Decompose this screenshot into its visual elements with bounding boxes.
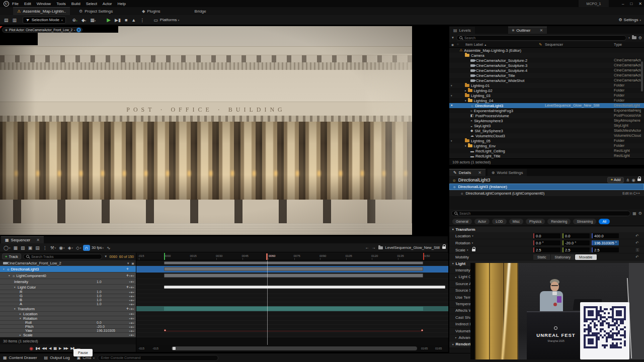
section-bar[interactable] bbox=[164, 274, 423, 278]
track-value[interactable]: 1.0 bbox=[97, 294, 102, 298]
expander-icon[interactable]: ▾ bbox=[465, 99, 466, 102]
expander-icon[interactable]: ▾ bbox=[20, 317, 23, 320]
cinematics-icon[interactable]: ▦▾ bbox=[88, 18, 98, 23]
expander-icon[interactable]: ▸ bbox=[465, 89, 466, 92]
key-nav-icons[interactable]: ◂◆▸ bbox=[129, 307, 135, 310]
timeline-row-a[interactable] bbox=[136, 302, 448, 306]
stop-button[interactable]: ■ bbox=[123, 18, 129, 23]
scale-x-field[interactable]: 2.5 bbox=[533, 247, 560, 252]
sequence-breadcrumb[interactable]: LevelSequence_Glow_New_Still bbox=[385, 245, 440, 250]
timeline-row-rotation[interactable] bbox=[136, 316, 448, 321]
tab-outliner[interactable]: ≡ Outliner ✕ bbox=[508, 27, 547, 34]
console-input[interactable]: Enter Console Command bbox=[98, 355, 218, 361]
playback-options-icon[interactable]: ◈▾ bbox=[66, 245, 74, 250]
group-chevron-icon[interactable]: ▾ bbox=[451, 139, 452, 142]
add-track-button[interactable]: + Track bbox=[2, 253, 21, 259]
new-folder-icon[interactable] bbox=[632, 36, 636, 39]
seq-track-transform[interactable]: ▾ Transform+◂◆▸ bbox=[0, 306, 136, 312]
seq-track-cinecameraactor_front_low_2[interactable]: CineCameraActor_Front_Low_2▼ ▣ bbox=[0, 260, 136, 266]
expander-icon[interactable]: ▾ bbox=[9, 274, 12, 277]
content-drawer-button[interactable]: ▦ Content Drawer bbox=[3, 355, 37, 360]
reset-icon[interactable]: ↶ bbox=[635, 241, 639, 245]
outliner-row[interactable]: CineCameraActor_TitleCineCameraActor bbox=[449, 73, 644, 78]
settings-dropdown[interactable]: ⚙ Settings ▾ bbox=[618, 18, 641, 22]
outliner-item[interactable]: CineCameraActor_Sculpture-3 bbox=[470, 63, 527, 68]
expander-icon[interactable]: ▾ bbox=[14, 286, 18, 289]
menu-build[interactable]: Build bbox=[71, 2, 80, 6]
group-chevron-icon[interactable]: ▾ bbox=[451, 84, 452, 87]
viewport[interactable]: POST · OFFICE · BUILDING ✛ Pilot Actor: … bbox=[0, 26, 412, 235]
skip-button[interactable]: ▶▮ bbox=[113, 18, 123, 23]
expander-icon[interactable]: ▸ bbox=[455, 336, 457, 339]
chevron-down-icon[interactable]: ▾ bbox=[628, 36, 630, 39]
outliner-item[interactable]: Camera bbox=[465, 53, 485, 58]
keyframe-options-icon[interactable]: ◇▾ bbox=[74, 245, 83, 250]
color-section-bar[interactable] bbox=[164, 286, 445, 289]
seq-track-directionallight3[interactable]: ▾☼ DirectionalLight3+ bbox=[0, 266, 136, 273]
group-chevron-icon[interactable]: ▾ bbox=[451, 94, 452, 97]
outliner-row[interactable]: ◆SM_SkySphere3StaticMeshActor bbox=[449, 128, 644, 133]
outliner-item[interactable]: ☁VolumetricCloud3 bbox=[470, 133, 505, 138]
content-browser-icon[interactable]: ▥ bbox=[11, 18, 19, 23]
browse-icon[interactable]: ◉ bbox=[632, 177, 635, 183]
expander-icon[interactable]: ▾ bbox=[452, 343, 454, 346]
playhead-marker[interactable] bbox=[266, 253, 268, 260]
rotation-z-field[interactable]: 196.310305 ° bbox=[592, 240, 619, 245]
outliner-item[interactable]: ◓SkyAtmosphere3 bbox=[470, 118, 503, 123]
render-movie-icon[interactable]: ▤ bbox=[34, 245, 41, 250]
outliner-item[interactable]: CineCameraActor_Sculpture-4 bbox=[470, 68, 527, 73]
outliner-row[interactable]: ▾Lighting_03Folder bbox=[449, 93, 644, 98]
outliner-item[interactable]: CineCameraActor_Sculpture-2 bbox=[470, 58, 527, 63]
curve-editor-icon[interactable]: ∿ bbox=[105, 245, 112, 250]
seq-track-location[interactable]: ▸ Location◂◆▸ bbox=[0, 312, 136, 316]
outliner-item[interactable]: ▸Lighting-02 bbox=[465, 88, 493, 93]
outliner-scrollbar[interactable] bbox=[641, 61, 643, 92]
timeline-row-scale[interactable] bbox=[136, 333, 448, 337]
add-actor-icon[interactable]: ⊕+ bbox=[70, 18, 79, 23]
blueprints-icon[interactable]: ◆▾ bbox=[79, 18, 88, 23]
scale-label[interactable]: Scale▾ bbox=[455, 246, 475, 253]
play-button[interactable]: ▶ bbox=[59, 346, 61, 350]
tab-project-settings[interactable]: ⚙ Project Settings bbox=[75, 9, 117, 14]
timeline-ruler[interactable]: -015000000150030004500750090010501200135… bbox=[136, 253, 448, 260]
outliner-item[interactable]: ▾Lighting_04 bbox=[465, 98, 493, 103]
timeline-row-intensity[interactable] bbox=[136, 279, 448, 285]
menu-window[interactable]: Window bbox=[37, 2, 51, 6]
timeline-row-cinecameraactor_front_low_2[interactable] bbox=[136, 260, 448, 266]
menu-select[interactable]: Select bbox=[86, 2, 97, 6]
timeline-row-yaw[interactable] bbox=[136, 329, 448, 333]
mobility-static[interactable]: Static bbox=[533, 254, 551, 260]
filter-icon[interactable]: ▼ bbox=[451, 36, 454, 39]
more-icon[interactable]: ⋮ bbox=[41, 245, 49, 250]
filter-chip-actor[interactable]: Actor bbox=[474, 219, 490, 224]
scale-z-field[interactable]: 2.5 bbox=[592, 247, 619, 252]
transform-section-header[interactable]: ▾ Transform bbox=[449, 226, 644, 232]
pilot-toggle[interactable] bbox=[76, 28, 81, 32]
outliner-row[interactable]: CineCameraActor_Sculpture-3CineCameraAct… bbox=[449, 63, 644, 68]
close-icon[interactable]: ✕ bbox=[478, 170, 481, 175]
outliner-item[interactable]: ◆SM_SkySphere3 bbox=[470, 128, 503, 133]
tab-sequencer[interactable]: ▦ Sequencer ✕ bbox=[1, 236, 44, 243]
favorites-icon[interactable]: ▦ bbox=[632, 211, 636, 216]
key-nav-icons[interactable]: ◂◆▸ bbox=[129, 286, 135, 289]
outliner-row[interactable]: ◓SkyAtmosphere3SkyAtmosphere bbox=[449, 118, 644, 123]
prev-key-button[interactable]: ◀◀ bbox=[42, 346, 46, 350]
outliner-row[interactable]: Camera bbox=[449, 53, 644, 58]
seq-track-lightcomponent0[interactable]: ▾☼ LightComponent0+◂◆▸ bbox=[0, 273, 136, 279]
track-value[interactable]: 0.0 bbox=[97, 321, 102, 324]
location-x-field[interactable]: 0.0 bbox=[533, 233, 560, 238]
outliner-row[interactable]: ≈ExponentialHeightFog3ExponentialHeightF… bbox=[449, 108, 644, 113]
reset-icon[interactable]: ↶ bbox=[635, 234, 639, 238]
maximize-button[interactable]: □ bbox=[630, 2, 632, 6]
close-icon[interactable]: ✕ bbox=[36, 238, 40, 242]
pause-button[interactable]: ▮▮ bbox=[53, 346, 56, 350]
outliner-item[interactable]: ◒SkyLight3 bbox=[470, 123, 491, 128]
seq-track-a[interactable]: A1.0◂◆▸ bbox=[0, 302, 136, 306]
timeline-scrollbar[interactable] bbox=[172, 346, 417, 350]
platforms-dropdown[interactable]: Platforms ▾ bbox=[160, 18, 180, 22]
track-value[interactable]: 196.310305 bbox=[97, 329, 115, 332]
expander-icon[interactable]: ▸ bbox=[455, 276, 457, 279]
seq-track-pitch[interactable]: Pitch-20.0◂◆▸ bbox=[0, 325, 136, 329]
timeline-row-lightcomponent0[interactable] bbox=[136, 273, 448, 279]
save-icon[interactable]: ▦ bbox=[12, 245, 20, 250]
